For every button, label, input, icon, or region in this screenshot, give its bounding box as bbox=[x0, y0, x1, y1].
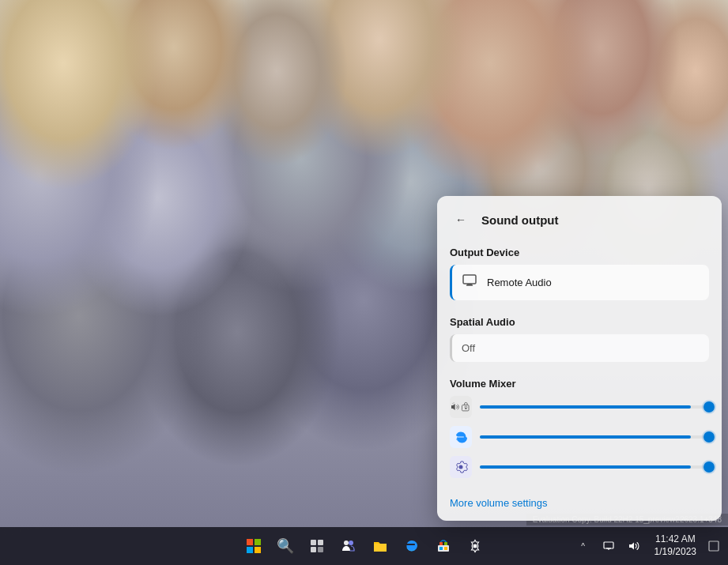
svg-rect-19 bbox=[709, 541, 719, 551]
svg-rect-12 bbox=[444, 542, 447, 545]
volume-icon bbox=[628, 540, 640, 552]
panel-header: ← Sound output bbox=[437, 196, 722, 240]
clock-display[interactable]: 11:42 AM 1/19/2023 bbox=[648, 533, 703, 558]
svg-rect-0 bbox=[463, 275, 476, 284]
output-device-section: Output Device Remote Audio bbox=[437, 240, 722, 310]
svg-point-4 bbox=[465, 408, 466, 409]
spatial-audio-value: Off bbox=[462, 342, 475, 354]
start-button[interactable] bbox=[240, 532, 268, 560]
svg-rect-16 bbox=[604, 542, 613, 548]
search-icon: 🔍 bbox=[277, 537, 294, 555]
spatial-audio-section: Spatial Audio Off bbox=[437, 310, 722, 371]
back-button[interactable]: ← bbox=[450, 209, 472, 231]
settings-icon bbox=[467, 538, 483, 554]
back-icon: ← bbox=[455, 213, 466, 226]
teams-icon bbox=[341, 538, 356, 554]
taskbar-icons: 🔍 bbox=[240, 532, 489, 560]
taskbar: 🔍 bbox=[0, 527, 728, 565]
system-speaker-icon bbox=[450, 396, 472, 418]
output-device-name: Remote Audio bbox=[487, 277, 552, 288]
more-volume-settings-link[interactable]: More volume settings bbox=[450, 497, 548, 509]
system-tray: ^ 11:42 AM 1/19/2023 bbox=[572, 532, 722, 560]
task-view-button[interactable] bbox=[303, 532, 331, 560]
svg-rect-8 bbox=[318, 547, 323, 552]
store-button[interactable] bbox=[429, 532, 458, 560]
edge-volume-icon bbox=[450, 426, 472, 448]
task-view-icon bbox=[310, 539, 324, 553]
tray-network-icon[interactable] bbox=[598, 535, 620, 557]
search-button[interactable]: 🔍 bbox=[271, 532, 300, 560]
panel-title: Sound output bbox=[481, 213, 558, 227]
remote-audio-icon bbox=[462, 273, 477, 292]
svg-rect-5 bbox=[311, 540, 316, 545]
edge-icon bbox=[404, 538, 420, 554]
sound-output-panel: ← Sound output Output Device Remote Audi… bbox=[437, 196, 722, 521]
svg-rect-7 bbox=[311, 547, 316, 552]
edge-volume-row bbox=[450, 426, 709, 448]
network-icon bbox=[602, 540, 615, 552]
tray-chevron[interactable]: ^ bbox=[572, 535, 594, 557]
windows-logo-icon bbox=[247, 539, 261, 553]
file-explorer-icon bbox=[372, 538, 388, 554]
chevron-up-icon: ^ bbox=[581, 542, 585, 551]
svg-point-15 bbox=[473, 544, 477, 548]
clock-time: 11:42 AM bbox=[655, 533, 696, 546]
svg-point-9 bbox=[349, 541, 353, 545]
volume-mixer-label: Volume Mixer bbox=[450, 378, 709, 390]
output-device-label: Output Device bbox=[450, 247, 709, 258]
system-volume-slider[interactable] bbox=[480, 405, 709, 409]
notification-button[interactable] bbox=[706, 532, 722, 560]
settings-volume-slider[interactable] bbox=[480, 465, 709, 469]
tray-volume-icon[interactable] bbox=[623, 535, 645, 557]
system-volume-row bbox=[450, 396, 709, 418]
settings-volume-row bbox=[450, 456, 709, 478]
store-icon bbox=[436, 538, 451, 554]
svg-rect-6 bbox=[318, 540, 323, 545]
svg-rect-13 bbox=[439, 547, 443, 550]
teams-button[interactable] bbox=[334, 532, 363, 560]
settings-button[interactable] bbox=[461, 532, 489, 560]
svg-rect-14 bbox=[444, 547, 447, 550]
svg-rect-11 bbox=[439, 542, 443, 545]
more-settings-section: More volume settings bbox=[437, 489, 722, 521]
output-device-item[interactable]: Remote Audio bbox=[450, 265, 709, 300]
edge-button[interactable] bbox=[398, 532, 426, 560]
settings-volume-icon bbox=[450, 456, 472, 478]
edge-volume-slider[interactable] bbox=[480, 435, 709, 439]
notification-icon bbox=[708, 541, 719, 552]
spatial-audio-item[interactable]: Off bbox=[450, 334, 709, 362]
volume-mixer-section: Volume Mixer bbox=[437, 371, 722, 489]
clock-date: 1/19/2023 bbox=[654, 546, 696, 559]
file-explorer-button[interactable] bbox=[366, 532, 394, 560]
spatial-audio-label: Spatial Audio bbox=[450, 316, 709, 328]
